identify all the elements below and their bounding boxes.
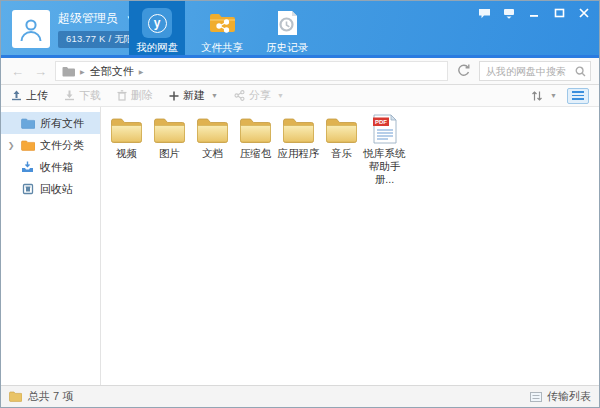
chevron-down-icon: ▼ [211, 92, 218, 99]
tab-history[interactable]: 历史记录 [259, 1, 315, 55]
breadcrumb-root[interactable]: 全部文件 [90, 64, 134, 79]
folder-icon [196, 113, 229, 144]
main-area: 所有文件 ❯ 文件分类 收件箱 回收站 [1, 107, 599, 385]
transfer-list-button[interactable]: 传输列表 [530, 389, 591, 404]
breadcrumb-separator: ▶ [80, 68, 85, 75]
maximize-icon[interactable] [552, 7, 566, 19]
folder-icon [282, 113, 315, 144]
header-accent-strip [1, 55, 599, 58]
navigation-bar: ← → ▶ 全部文件 ▶ [1, 58, 599, 85]
refresh-icon[interactable] [454, 63, 473, 79]
pdf-icon: PDF [372, 113, 398, 144]
file-label: 压缩包 [240, 147, 272, 160]
plus-icon [169, 91, 179, 101]
file-label: 悦库系统帮助手册... [363, 147, 406, 186]
folder-icon [239, 113, 272, 144]
file-item-pdf[interactable]: PDF悦库系统帮助手册... [363, 113, 406, 186]
download-button[interactable]: 下载 [64, 88, 101, 103]
file-label: 视频 [116, 147, 137, 160]
share-icon [234, 90, 245, 101]
sidebar-item-label: 回收站 [40, 182, 73, 197]
tab-label: 我的网盘 [136, 41, 178, 55]
folder-icon [153, 113, 186, 144]
file-item-folder[interactable]: 应用程序 [277, 113, 320, 186]
svg-text:PDF: PDF [375, 119, 387, 125]
file-item-folder[interactable]: 音乐 [320, 113, 363, 186]
feedback-icon[interactable] [477, 7, 491, 19]
blue-folder-icon [20, 118, 35, 129]
app-logo-icon: y [142, 8, 172, 38]
sort-button[interactable]: ▼ [531, 90, 557, 102]
header: 超级管理员 ▼ 613.77 K / 无限制 y 我的网盘 [1, 1, 599, 58]
sidebar-item-label: 文件分类 [40, 138, 84, 153]
avatar-icon [18, 16, 44, 42]
avatar[interactable] [12, 10, 50, 48]
recycle-bin-icon [20, 183, 35, 195]
folder-icon [62, 66, 75, 77]
menu-icon[interactable] [502, 7, 516, 19]
forward-icon[interactable]: → [32, 65, 49, 78]
sidebar-item-label: 收件箱 [40, 160, 73, 175]
sidebar: 所有文件 ❯ 文件分类 收件箱 回收站 [1, 107, 101, 385]
file-item-folder[interactable]: 文档 [191, 113, 234, 186]
file-label: 图片 [159, 147, 180, 160]
tab-label: 历史记录 [266, 41, 308, 55]
share-folder-icon [207, 8, 237, 38]
sidebar-item-recycle-bin[interactable]: 回收站 [1, 178, 100, 200]
delete-button[interactable]: 删除 [117, 88, 153, 103]
file-label: 文档 [202, 147, 223, 160]
status-bar: 总共 7 项 传输列表 [1, 385, 599, 407]
minimize-icon[interactable] [527, 7, 541, 19]
transfer-list-label: 传输列表 [547, 389, 591, 404]
file-label: 应用程序 [278, 147, 320, 160]
transfer-list-icon [530, 392, 542, 402]
history-icon [272, 8, 302, 38]
new-button[interactable]: 新建 ▼ [169, 88, 218, 103]
breadcrumb-separator: ▶ [139, 68, 144, 75]
file-item-folder[interactable]: 图片 [148, 113, 191, 186]
folder-icon [9, 391, 22, 402]
total-items-text: 总共 7 项 [28, 389, 73, 404]
breadcrumb[interactable]: ▶ 全部文件 ▶ [55, 61, 448, 81]
app-window: 超级管理员 ▼ 613.77 K / 无限制 y 我的网盘 [0, 0, 600, 408]
trash-icon [117, 90, 127, 101]
folder-icon [325, 113, 358, 144]
user-name: 超级管理员 [58, 10, 118, 27]
search-input[interactable] [486, 66, 575, 77]
search-icon[interactable] [575, 66, 586, 77]
tab-my-disk[interactable]: y 我的网盘 [129, 1, 185, 55]
share-button[interactable]: 分享 ▼ [234, 88, 284, 103]
sidebar-item-inbox[interactable]: 收件箱 [1, 156, 100, 178]
file-content[interactable]: 视频图片文档压缩包应用程序音乐PDF悦库系统帮助手册... [101, 107, 599, 385]
download-icon [64, 90, 75, 101]
file-grid: 视频图片文档压缩包应用程序音乐PDF悦库系统帮助手册... [101, 107, 599, 194]
tab-file-share[interactable]: 文件共享 [194, 1, 250, 55]
file-item-folder[interactable]: 视频 [105, 113, 148, 186]
tab-label: 文件共享 [201, 41, 243, 55]
inbox-icon [20, 161, 35, 173]
sort-icon [531, 90, 544, 102]
file-label: 音乐 [331, 147, 352, 160]
toolbar: 上传 下载 删除 新建 ▼ [1, 85, 599, 107]
sidebar-item-label: 所有文件 [40, 116, 84, 131]
search-box [479, 61, 591, 81]
list-view-icon[interactable] [567, 88, 589, 104]
chevron-down-icon: ▼ [550, 92, 557, 99]
back-icon[interactable]: ← [9, 65, 26, 78]
sidebar-item-categories[interactable]: ❯ 文件分类 [1, 134, 100, 156]
folder-icon [110, 113, 143, 144]
expander-icon[interactable]: ❯ [7, 141, 15, 150]
window-controls [477, 7, 591, 19]
chevron-down-icon: ▼ [277, 92, 284, 99]
orange-folder-icon [20, 140, 35, 151]
upload-button[interactable]: 上传 [11, 88, 48, 103]
main-tabs: y 我的网盘 文件共享 [129, 1, 315, 55]
sidebar-item-all-files[interactable]: 所有文件 [1, 112, 100, 134]
upload-icon [11, 90, 22, 101]
file-item-folder[interactable]: 压缩包 [234, 113, 277, 186]
close-icon[interactable] [577, 7, 591, 19]
